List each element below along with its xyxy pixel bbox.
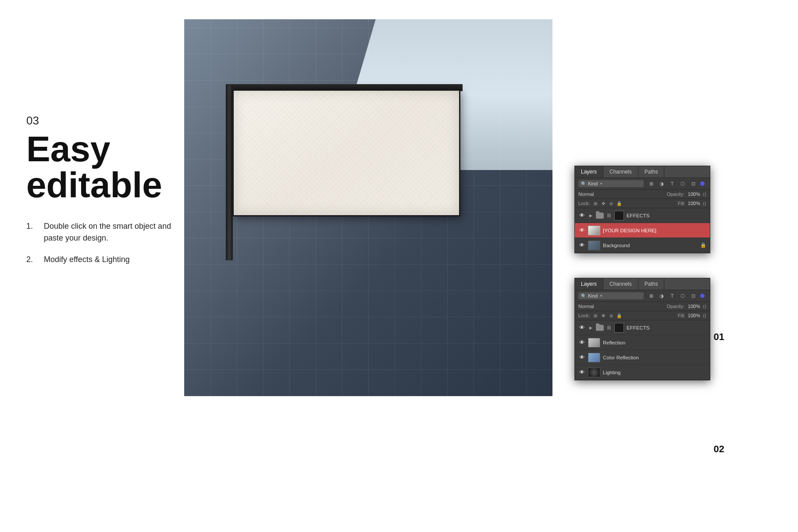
lock-row-2: Lock: ⊞ ✥ ⊘ 🔒 Fill: 100% ⟨⟩ bbox=[575, 311, 710, 320]
panel-tabs-1: Layers Channels Paths bbox=[575, 166, 710, 178]
lock-icons-1: ⊞ ✥ ⊘ 🔒 bbox=[592, 200, 622, 206]
layer-row-design[interactable]: 👁 [YOUR DESIGN HERE] bbox=[575, 223, 710, 238]
eye-icon-effects-2[interactable]: 👁 bbox=[578, 324, 585, 331]
tab-channels-2[interactable]: Channels bbox=[603, 278, 638, 290]
fill-arrows-2[interactable]: ⟨⟩ bbox=[703, 313, 706, 318]
instructions-list: 1. Double click on the smart object and … bbox=[26, 220, 175, 266]
layer-row-reflection[interactable]: 👁 Reflection bbox=[575, 335, 710, 350]
eye-icon-design[interactable]: 👁 bbox=[578, 227, 585, 234]
lock-position-icon[interactable]: ✥ bbox=[600, 200, 606, 206]
eye-icon-effects-1[interactable]: 👁 bbox=[578, 212, 585, 219]
panel-search-row-2: 🔍 Kind ▾ ⊞ ◑ T ⬡ ⊡ bbox=[575, 290, 710, 302]
chain-icon-effects-1: ⛓ bbox=[606, 213, 612, 218]
search-icon-2: 🔍 bbox=[581, 294, 586, 298]
layer-row-effects-1[interactable]: 👁 ▶ ⛓ EFFECTS bbox=[575, 208, 710, 223]
lock-art-icon[interactable]: ⊘ bbox=[608, 200, 614, 206]
panel-search-row-1: 🔍 Kind ▾ ⊞ ◑ T ⬡ ⊡ bbox=[575, 178, 710, 190]
smart-icon: ⊡ bbox=[690, 180, 697, 187]
search-box-2[interactable]: 🔍 Kind ▾ bbox=[578, 292, 644, 299]
shape-icon-2: ⬡ bbox=[679, 292, 686, 299]
tab-layers-1[interactable]: Layers bbox=[575, 166, 603, 177]
dot-icon-2 bbox=[700, 294, 705, 298]
layer-row-color-reflection[interactable]: 👁 Color Reflection bbox=[575, 350, 710, 365]
eye-icon-color-reflection[interactable]: 👁 bbox=[578, 354, 585, 361]
adjustment-icon-2: ◑ bbox=[658, 292, 665, 299]
chain-icon-effects-2: ⛓ bbox=[606, 325, 612, 330]
folder-icon-effects-1 bbox=[596, 213, 604, 219]
kind-chevron: ▾ bbox=[600, 181, 602, 186]
panel-number-01: 01 bbox=[714, 331, 724, 343]
opacity-arrows-2[interactable]: ⟨⟩ bbox=[703, 304, 706, 309]
layer-thumb-reflection bbox=[588, 338, 600, 348]
panel-number-02: 02 bbox=[714, 443, 724, 455]
lock-pixels-icon[interactable]: ⊞ bbox=[592, 200, 598, 206]
opacity-arrows[interactable]: ⟨⟩ bbox=[703, 192, 706, 197]
layer-mask-effects-1 bbox=[614, 211, 624, 220]
pixel-icon-2: ⊞ bbox=[648, 292, 655, 299]
layers-panel-2: Layers Channels Paths 🔍 Kind ▾ ⊞ ◑ T ⬡ ⊡… bbox=[574, 278, 710, 380]
folder-icon-effects-2 bbox=[596, 325, 604, 331]
lock-all-icon-2[interactable]: 🔒 bbox=[616, 312, 622, 319]
expand-effects-2[interactable]: ▶ bbox=[588, 325, 593, 330]
billboard-canvas bbox=[232, 89, 460, 216]
tab-paths-1[interactable]: Paths bbox=[638, 166, 665, 177]
layer-row-background[interactable]: 👁 Background 🔒 bbox=[575, 238, 710, 253]
lock-all-icon[interactable]: 🔒 bbox=[616, 200, 622, 206]
tab-layers-2[interactable]: Layers bbox=[575, 278, 603, 290]
shape-icon: ⬡ bbox=[679, 180, 686, 187]
layer-thumb-color-reflection bbox=[588, 353, 600, 362]
panel-icons-2: ⊞ ◑ T ⬡ ⊡ bbox=[646, 292, 706, 299]
instruction-item-1: 1. Double click on the smart object and … bbox=[26, 220, 175, 244]
kind-chevron-2: ▾ bbox=[600, 294, 602, 298]
main-title: Easy editable bbox=[26, 131, 175, 203]
search-icon: 🔍 bbox=[581, 181, 586, 186]
pixel-icon: ⊞ bbox=[648, 180, 655, 187]
panel-tabs-2: Layers Channels Paths bbox=[575, 278, 710, 290]
lock-icons-2: ⊞ ✥ ⊘ 🔒 bbox=[592, 312, 622, 319]
type-icon: T bbox=[669, 180, 676, 187]
layers-panel-1: Layers Channels Paths 🔍 Kind ▾ ⊞ ◑ T ⬡ ⊡… bbox=[574, 166, 710, 253]
search-box-1[interactable]: 🔍 Kind ▾ bbox=[578, 180, 644, 187]
instruction-item-2: 2. Modify effects & Lighting bbox=[26, 254, 175, 266]
adjustment-icon: ◑ bbox=[658, 180, 665, 187]
panel-icons-1: ⊞ ◑ T ⬡ ⊡ bbox=[646, 180, 706, 187]
layer-thumb-background bbox=[588, 241, 600, 250]
expand-effects-1[interactable]: ▶ bbox=[588, 213, 593, 218]
opacity-row-1: Normal Opacity: 100% ⟨⟩ bbox=[575, 190, 710, 199]
layer-thumb-design bbox=[588, 226, 600, 235]
opacity-row-2: Normal Opacity: 100% ⟨⟩ bbox=[575, 302, 710, 311]
eye-icon-reflection[interactable]: 👁 bbox=[578, 339, 585, 346]
background-lock-icon: 🔒 bbox=[700, 242, 706, 248]
layer-row-lighting[interactable]: 👁 Lighting bbox=[575, 365, 710, 380]
lock-row-1: Lock: ⊞ ✥ ⊘ 🔒 Fill: 100% ⟨⟩ bbox=[575, 199, 710, 208]
tab-paths-2[interactable]: Paths bbox=[638, 278, 665, 290]
eye-icon-lighting[interactable]: 👁 bbox=[578, 369, 585, 376]
step-number: 03 bbox=[26, 114, 175, 128]
layer-thumb-lighting bbox=[588, 368, 600, 377]
layer-row-effects-2[interactable]: 👁 ▶ ⛓ EFFECTS bbox=[575, 320, 710, 335]
main-image bbox=[184, 19, 552, 396]
billboard-pole-left bbox=[226, 85, 233, 260]
smart-icon-2: ⊡ bbox=[690, 292, 697, 299]
left-panel: 03 Easy editable 1. Double click on the … bbox=[26, 114, 175, 275]
layer-mask-effects-2 bbox=[614, 323, 624, 333]
lock-art-icon-2[interactable]: ⊘ bbox=[608, 312, 614, 319]
lock-pixels-icon-2[interactable]: ⊞ bbox=[592, 312, 598, 319]
type-icon-2: T bbox=[669, 292, 676, 299]
eye-icon-background[interactable]: 👁 bbox=[578, 242, 585, 249]
lock-position-icon-2[interactable]: ✥ bbox=[600, 312, 606, 319]
dot-icon-1 bbox=[700, 181, 705, 186]
fill-arrows[interactable]: ⟨⟩ bbox=[703, 201, 706, 206]
tab-channels-1[interactable]: Channels bbox=[603, 166, 638, 177]
